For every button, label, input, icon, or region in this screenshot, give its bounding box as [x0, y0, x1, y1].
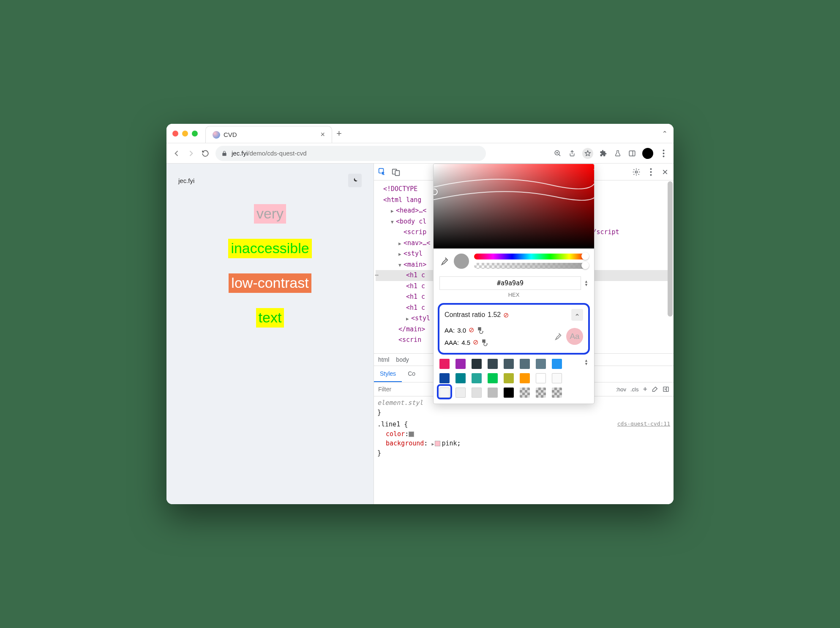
contrast-preview: Aa — [566, 328, 583, 345]
alpha-slider[interactable] — [474, 263, 588, 269]
palette-swatch[interactable] — [439, 373, 450, 383]
palette-swatch[interactable] — [504, 359, 514, 369]
labs-icon[interactable] — [614, 149, 622, 158]
palette-swatch[interactable] — [488, 388, 498, 398]
palette-swatch[interactable] — [552, 388, 562, 398]
profile-icon[interactable] — [642, 148, 653, 159]
new-tab-button[interactable]: + — [336, 128, 342, 139]
dom-head: <head>…< — [396, 207, 426, 214]
aaa-label: AAA: — [445, 337, 459, 348]
palette-swatch[interactable] — [455, 373, 466, 383]
palette-swatch[interactable] — [472, 388, 482, 398]
source-link[interactable]: cds-quest-cvd:11 — [617, 420, 670, 428]
dark-mode-toggle[interactable] — [348, 174, 362, 187]
share-icon[interactable] — [568, 149, 576, 158]
palette-swatch[interactable] — [536, 359, 546, 369]
devtools-settings-icon[interactable] — [632, 168, 641, 176]
aa-value: 3.0 — [457, 325, 466, 336]
hue-slider[interactable] — [474, 254, 588, 259]
maximize-window-icon[interactable] — [192, 131, 198, 137]
format-stepper[interactable]: ▲▼ — [584, 280, 588, 287]
palette-swatch[interactable] — [552, 373, 562, 383]
svg-rect-1 — [629, 151, 635, 156]
svg-point-2 — [663, 150, 664, 151]
devtools-close-icon[interactable] — [661, 168, 669, 176]
palette-swatch[interactable] — [488, 359, 498, 369]
palette-swatch[interactable] — [520, 373, 530, 383]
address-bar[interactable]: jec.fyi/demo/cds-quest-cvd — [215, 146, 486, 161]
svg-point-4 — [663, 156, 664, 157]
contrast-eyedropper-icon[interactable] — [554, 332, 562, 341]
palette-swatch[interactable] — [439, 359, 450, 369]
dom-html: <html lang — [383, 196, 421, 204]
inspect-element-icon[interactable] — [378, 168, 387, 176]
side-panel-icon[interactable] — [628, 149, 636, 158]
palette-stepper[interactable]: ▲▼ — [584, 359, 588, 366]
filter-hov[interactable]: :hov — [616, 386, 626, 393]
forward-button[interactable] — [187, 149, 195, 158]
rendered-page: jec.fyi very inaccessible low-contrast t… — [166, 164, 374, 504]
filter-brush-icon[interactable] — [652, 386, 658, 393]
dom-h1-d: <h1 c — [406, 304, 425, 311]
demo-line-2: inaccessible — [228, 239, 311, 258]
palette-swatch[interactable] — [455, 388, 466, 398]
dom-doctype: <!DOCTYPE — [383, 185, 417, 193]
palette-swatch[interactable] — [455, 359, 466, 369]
palette-swatch[interactable] — [536, 373, 546, 383]
traffic-lights — [172, 131, 198, 137]
url-host: jec.fyi — [232, 150, 248, 157]
prop-color[interactable]: color — [386, 430, 405, 438]
palette-swatch[interactable] — [504, 373, 514, 383]
chrome-menu-icon[interactable] — [659, 149, 668, 158]
color-swatch[interactable] — [409, 431, 414, 437]
close-window-icon[interactable] — [172, 131, 178, 137]
bg-swatch[interactable] — [435, 441, 440, 446]
gradient-picker-handle[interactable] — [434, 188, 438, 195]
filter-cls[interactable]: .cls — [630, 386, 639, 393]
dom-main: <main> — [404, 261, 426, 268]
aa-fix-icon[interactable] — [477, 326, 485, 334]
reload-button[interactable] — [201, 149, 210, 158]
filter-new-rule[interactable]: + — [643, 385, 647, 394]
devtools-menu-icon[interactable] — [646, 168, 655, 176]
lock-icon — [221, 150, 227, 156]
palette-swatch[interactable] — [488, 373, 498, 383]
zoom-icon[interactable] — [554, 149, 562, 158]
filter-panel-icon[interactable] — [663, 386, 669, 393]
tab-computed[interactable]: Co — [402, 366, 421, 382]
favicon-icon — [213, 131, 220, 139]
minimize-window-icon[interactable] — [182, 131, 188, 137]
close-tab-icon[interactable]: × — [320, 130, 325, 139]
contrast-section: Contrast ratio 1.52 ⊘ AA: 3.0 ⊘ — [438, 303, 590, 355]
tabs-dropdown-icon[interactable]: ⌄ — [662, 129, 668, 137]
dom-script: <scrip — [404, 228, 426, 236]
color-gradient[interactable] — [434, 164, 594, 248]
devtools-scrollbar[interactable] — [668, 181, 673, 317]
collapse-button[interactable] — [571, 309, 583, 321]
eyedropper-icon[interactable] — [439, 257, 449, 266]
palette-swatch[interactable] — [504, 388, 514, 398]
svg-rect-7 — [395, 170, 399, 175]
hue-thumb[interactable] — [581, 252, 589, 260]
palette-swatch[interactable] — [472, 359, 482, 369]
breadcrumb-body[interactable]: body — [396, 356, 409, 363]
alpha-thumb[interactable] — [581, 262, 589, 269]
device-toggle-icon[interactable] — [392, 168, 400, 176]
back-button[interactable] — [172, 149, 181, 158]
hex-input[interactable] — [439, 276, 581, 290]
bookmark-button[interactable] — [582, 148, 593, 159]
palette-swatch[interactable] — [520, 359, 530, 369]
dom-script-foot: <scrin — [398, 336, 421, 344]
aaa-fix-icon[interactable] — [481, 339, 489, 346]
palette-swatch[interactable] — [520, 388, 530, 398]
palette-swatch[interactable] — [552, 359, 562, 369]
breadcrumb-html[interactable]: html — [378, 356, 389, 363]
palette-swatch[interactable] — [472, 373, 482, 383]
palette-swatch[interactable] — [439, 388, 450, 398]
palette-swatch[interactable] — [536, 388, 546, 398]
close-brace: } — [377, 409, 381, 416]
tab-styles[interactable]: Styles — [374, 366, 402, 382]
browser-tab[interactable]: CVD × — [205, 126, 332, 143]
extensions-icon[interactable] — [599, 149, 608, 158]
prop-background[interactable]: background — [386, 440, 424, 447]
